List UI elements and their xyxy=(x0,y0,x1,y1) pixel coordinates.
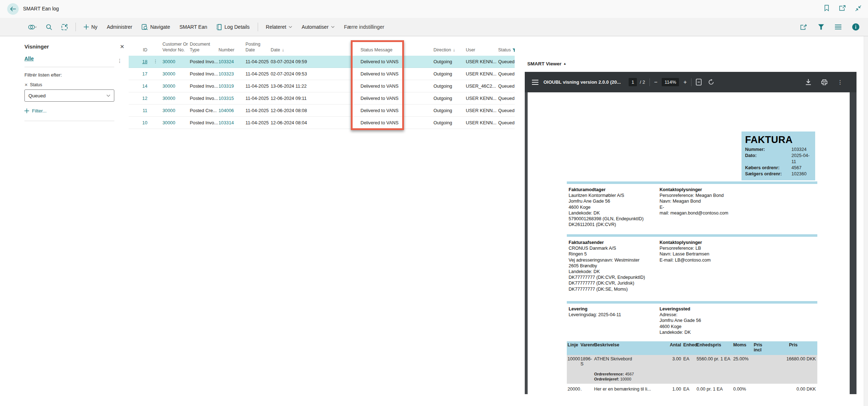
number-link[interactable]: 103319 xyxy=(219,83,245,89)
doctype-cell: Posted Invo... xyxy=(190,59,219,64)
item-varenr: . xyxy=(580,387,592,392)
col-header-direction[interactable]: Direction↓ xyxy=(433,47,466,56)
print-icon[interactable] xyxy=(821,79,827,85)
navigate-menu[interactable]: Navigate xyxy=(142,24,170,30)
user-cell: USER KENN... xyxy=(466,96,498,101)
status-cell: Queued xyxy=(498,96,515,101)
customer-link[interactable]: 30000 xyxy=(162,108,190,113)
number-link[interactable]: 103314 xyxy=(219,120,245,125)
share-icon[interactable] xyxy=(800,24,807,30)
customer-link[interactable]: 30000 xyxy=(162,83,190,89)
status-cell: Queued xyxy=(498,71,515,77)
status-filter-select[interactable]: Queued xyxy=(24,89,114,102)
table-row[interactable]: 10 30000 Posted Invo... 103314 11-04-202… xyxy=(129,117,515,129)
download-icon[interactable] xyxy=(805,79,811,85)
relateret-menu[interactable]: Relateret xyxy=(266,24,293,30)
invoice-header-box: FAKTURA Nummer: 103324 Dato: 2025-04-11 … xyxy=(741,132,815,180)
filter-icon[interactable] xyxy=(818,24,824,30)
column-filter-icon xyxy=(513,49,515,52)
pdf-menu-icon[interactable] xyxy=(532,80,538,85)
item-unit-price: 0.00 pr. 1 EA xyxy=(694,387,730,392)
administrer-menu[interactable]: Administrer xyxy=(107,24,132,30)
table-row[interactable]: 14 30000 Posted Invo... 103319 11-04-202… xyxy=(129,80,515,92)
customer-link[interactable]: 30000 xyxy=(162,71,190,77)
view-options-kebab-icon[interactable]: ⋮ xyxy=(117,58,122,64)
delivery-line: Leveringsdag: 2025-04-11 xyxy=(569,312,660,318)
customer-link[interactable]: 30000 xyxy=(162,59,190,64)
number-link[interactable]: 103324 xyxy=(219,59,245,64)
add-filter-button[interactable]: Filter... xyxy=(24,108,114,114)
customer-link[interactable]: 30000 xyxy=(162,120,190,125)
zoom-out-icon[interactable]: − xyxy=(654,79,657,86)
table-row[interactable]: 18 30000 Posted Invo... 103324 11-04-202… xyxy=(129,56,515,68)
fit-to-page-icon[interactable] xyxy=(696,79,702,86)
log-details-button[interactable]: Log Details xyxy=(216,24,249,30)
open-in-new-window-icon[interactable] xyxy=(839,5,846,11)
invoice-number: 103324 xyxy=(791,147,812,153)
number-link[interactable]: 103323 xyxy=(219,71,245,77)
remove-filter-icon[interactable]: ✕ xyxy=(24,83,28,87)
number-link[interactable]: 103315 xyxy=(219,96,245,101)
pdf-scrollbar[interactable] xyxy=(850,92,856,394)
col-header-id[interactable]: ID xyxy=(143,47,162,56)
bookmark-icon[interactable] xyxy=(824,5,830,11)
contact-line: Navn: Lasse Bertramsen xyxy=(660,251,817,257)
filter-field-chip: ✕ Status xyxy=(24,82,114,87)
row-id-link[interactable]: 10 xyxy=(142,120,162,125)
navigate-icon xyxy=(142,24,148,30)
item-price: 0.00 DKK xyxy=(766,387,817,392)
col-header-doctype[interactable]: Document Type xyxy=(190,42,219,56)
row-id-link[interactable]: 11 xyxy=(143,108,162,113)
table-row[interactable]: 11 30000 Posted Cre... 104006 11-04-2025… xyxy=(129,105,515,117)
filter-by-label: Filtrér listen efter: xyxy=(24,72,114,78)
delivery-place-line: Landekode: DK xyxy=(660,329,817,335)
col-header-user[interactable]: User xyxy=(466,47,498,56)
col-header-number[interactable]: Number xyxy=(219,47,245,56)
doctype-cell: Posted Invo... xyxy=(190,71,219,77)
collapse-window-icon[interactable] xyxy=(855,5,862,11)
view-all-link[interactable]: Alle xyxy=(24,56,34,61)
date-cell: 12-06-2024 08:08 xyxy=(271,108,354,113)
pdf-zoom-level[interactable]: 114% xyxy=(662,78,679,86)
number-link[interactable]: 104006 xyxy=(219,108,245,113)
list-view-icon[interactable] xyxy=(835,24,841,29)
col-header-date[interactable]: Date↓ xyxy=(271,47,354,56)
table-row[interactable]: 12 30000 Posted Invo... 103315 11-04-202… xyxy=(129,92,515,105)
table-row[interactable]: 17 30000 Posted Invo... 103323 11-04-202… xyxy=(129,68,515,80)
zoom-in-icon[interactable]: + xyxy=(683,79,686,86)
item-vat: 0.00% xyxy=(730,387,751,392)
info-icon[interactable] xyxy=(852,23,859,31)
sender-line: Ringen 5 xyxy=(569,251,660,257)
smart-viewer-header[interactable]: SMART Viewer▲ xyxy=(527,61,566,66)
divider xyxy=(24,67,114,67)
recipient-line: 5790001268398 (GLN, EndepunktID) xyxy=(569,216,660,222)
row-options-kebab-icon[interactable]: ⋮ xyxy=(153,59,158,64)
views-switcher-icon[interactable] xyxy=(28,24,37,30)
rotate-icon[interactable] xyxy=(708,79,714,85)
pdf-page-input[interactable]: 1 xyxy=(629,78,637,86)
item-references: Ordrereference: 4567 Ordrelinjeref: 1000… xyxy=(594,372,664,382)
back-button[interactable] xyxy=(7,3,19,15)
pdf-more-options-kebab-icon[interactable]: ⋮ xyxy=(837,79,843,86)
customer-link[interactable]: 30000 xyxy=(162,96,190,101)
analyze-icon[interactable] xyxy=(61,24,68,30)
col-header-status-message[interactable]: Status Message xyxy=(354,47,433,56)
fewer-settings-button[interactable]: Færre indstillinger xyxy=(344,24,384,30)
close-icon[interactable]: ✕ xyxy=(120,43,124,50)
smart-ean-menu[interactable]: SMART Ean xyxy=(179,24,207,30)
meta-label: Sælgers ordrenr: xyxy=(745,171,791,177)
new-button[interactable]: Ny xyxy=(84,24,97,30)
search-icon[interactable] xyxy=(46,24,52,30)
row-id-link[interactable]: 12 xyxy=(142,96,162,101)
row-id-link[interactable]: 17 xyxy=(142,71,162,77)
col-header-status[interactable]: Status xyxy=(498,47,515,56)
row-id-link[interactable]: 18 xyxy=(142,59,162,64)
row-id-link[interactable]: 14 xyxy=(142,83,162,89)
meta-label: Dato: xyxy=(745,153,791,165)
window-scrollbar[interactable] xyxy=(864,36,868,406)
col-header-customer[interactable]: Customer Or Vendor No. xyxy=(162,42,190,56)
date-cell: 03-07-2024 09:59 xyxy=(271,59,354,64)
automatiser-menu[interactable]: Automatiser xyxy=(302,24,335,30)
col-header-posting[interactable]: Posting Date xyxy=(245,42,271,56)
section-heading: Kontaktoplysninger xyxy=(660,187,817,193)
